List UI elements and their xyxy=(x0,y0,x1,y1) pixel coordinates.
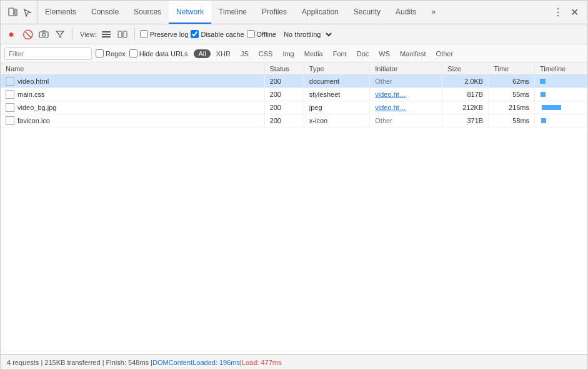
filter-bar: Regex Hide data URLs All XHR JS CSS Img … xyxy=(1,44,587,63)
hide-urls-group: Hide data URLs xyxy=(129,49,188,58)
tab-bar: Elements Console Sources Network Timelin… xyxy=(1,1,587,24)
cell-initiator: Other xyxy=(370,75,442,88)
file-name: main.css xyxy=(17,91,44,98)
svg-rect-8 xyxy=(123,31,127,38)
load-link[interactable]: Load: 477ms xyxy=(242,359,282,366)
tab-audits[interactable]: Audits xyxy=(388,1,424,24)
initiator-link[interactable]: video.ht… xyxy=(375,104,406,111)
tab-network[interactable]: Network xyxy=(169,1,211,24)
cell-type: document xyxy=(304,75,370,88)
initiator-link[interactable]: video.ht… xyxy=(375,91,406,98)
cell-size: 2.0KB xyxy=(442,75,489,88)
device-mode-icon[interactable] xyxy=(7,7,18,18)
timeline-bar-container xyxy=(540,116,582,125)
preserve-log-label[interactable]: Preserve log xyxy=(150,31,189,38)
cell-timeline xyxy=(535,88,587,101)
tab-console[interactable]: Console xyxy=(84,1,126,24)
kebab-menu-icon[interactable]: ⋮ xyxy=(551,6,565,19)
filter-manifest-button[interactable]: Manifest xyxy=(396,49,431,58)
list-view-icon[interactable] xyxy=(99,28,113,41)
close-devtools-icon[interactable]: ✕ xyxy=(567,6,581,19)
disable-cache-label[interactable]: Disable cache xyxy=(201,31,244,38)
col-header-name[interactable]: Name xyxy=(1,63,264,75)
filter-all-button[interactable]: All xyxy=(194,49,210,58)
cell-time: 55ms xyxy=(489,88,535,101)
camera-button[interactable] xyxy=(37,28,51,41)
svg-rect-1 xyxy=(15,9,17,16)
table-row[interactable]: favicon.ico200x-iconOther371B58ms xyxy=(1,114,587,128)
regex-label[interactable]: Regex xyxy=(106,50,126,58)
offline-label[interactable]: Offline xyxy=(257,31,277,38)
hide-urls-checkbox[interactable] xyxy=(129,49,137,58)
col-header-size[interactable]: Size xyxy=(442,63,489,75)
cell-initiator[interactable]: video.ht… xyxy=(370,88,442,101)
timeline-bar-container xyxy=(540,103,582,112)
status-bar: 4 requests | 215KB transferred | Finish:… xyxy=(1,354,587,369)
col-header-timeline[interactable]: Timeline xyxy=(535,63,587,75)
file-icon xyxy=(6,116,14,125)
filter-css-button[interactable]: CSS xyxy=(254,49,277,58)
record-button[interactable]: ● xyxy=(4,28,18,41)
cell-status: 200 xyxy=(264,101,304,114)
throttle-select[interactable]: No throttling xyxy=(279,29,334,40)
cell-initiator[interactable]: video.ht… xyxy=(370,101,442,114)
detail-view-icon[interactable] xyxy=(116,28,129,41)
table-body: video.html200documentOther2.0KB62msmain.… xyxy=(1,75,587,128)
offline-group: Offline xyxy=(247,30,277,38)
cell-time: 216ms xyxy=(489,101,535,114)
filter-doc-button[interactable]: Doc xyxy=(352,49,374,58)
tab-application[interactable]: Application xyxy=(294,1,346,24)
separator-1 xyxy=(72,28,72,41)
col-header-time[interactable]: Time xyxy=(489,63,535,75)
controls-bar: ● 🚫 View: xyxy=(1,24,587,44)
svg-rect-4 xyxy=(102,31,111,32)
filter-media-button[interactable]: Media xyxy=(300,49,327,58)
cell-type: x-icon xyxy=(304,114,370,128)
filter-input[interactable] xyxy=(4,48,92,60)
filter-xhr-button[interactable]: XHR xyxy=(212,49,235,58)
disable-cache-group: Disable cache xyxy=(191,30,244,38)
file-name: favicon.ico xyxy=(17,117,50,124)
filter-button[interactable] xyxy=(53,28,67,41)
col-header-status[interactable]: Status xyxy=(264,63,304,75)
cell-initiator: Other xyxy=(370,114,442,128)
element-picker-icon[interactable] xyxy=(22,7,33,18)
col-header-initiator[interactable]: Initiator xyxy=(370,63,442,75)
cell-timeline xyxy=(535,114,587,128)
tab-elements[interactable]: Elements xyxy=(37,1,84,24)
filter-font-button[interactable]: Font xyxy=(329,49,351,58)
timeline-bar xyxy=(540,79,546,84)
cell-status: 200 xyxy=(264,75,304,88)
svg-rect-6 xyxy=(102,36,111,38)
tab-sources[interactable]: Sources xyxy=(126,1,169,24)
tab-profiles[interactable]: Profiles xyxy=(254,1,294,24)
cell-size: 817B xyxy=(442,88,489,101)
file-name: video.html xyxy=(17,78,49,85)
preserve-log-checkbox[interactable] xyxy=(140,30,148,38)
table-row[interactable]: video.html200documentOther2.0KB62ms xyxy=(1,75,587,88)
dom-content-loaded-link[interactable]: DOMContentLoaded: 196ms xyxy=(152,359,240,366)
tab-more[interactable]: » xyxy=(424,1,443,24)
offline-checkbox[interactable] xyxy=(247,30,255,38)
table-row[interactable]: video_bg.jpg200jpegvideo.ht…212KB216ms xyxy=(1,101,587,114)
filter-js-button[interactable]: JS xyxy=(236,49,253,58)
stop-button[interactable]: 🚫 xyxy=(21,28,34,41)
filter-img-button[interactable]: Img xyxy=(278,49,298,58)
regex-group: Regex xyxy=(96,49,126,58)
table-row[interactable]: main.css200stylesheetvideo.ht…817B55ms xyxy=(1,88,587,101)
filter-ws-button[interactable]: WS xyxy=(374,49,394,58)
col-header-type[interactable]: Type xyxy=(304,63,370,75)
disable-cache-checkbox[interactable] xyxy=(191,30,199,38)
tab-timeline[interactable]: Timeline xyxy=(211,1,254,24)
cell-type: stylesheet xyxy=(304,88,370,101)
hide-urls-label[interactable]: Hide data URLs xyxy=(139,50,188,58)
regex-checkbox[interactable] xyxy=(96,49,104,58)
cell-size: 371B xyxy=(442,114,489,128)
tab-security[interactable]: Security xyxy=(346,1,388,24)
cell-status: 200 xyxy=(264,114,304,128)
filter-other-button[interactable]: Other xyxy=(432,49,458,58)
timeline-bar xyxy=(541,92,546,97)
cell-type: jpeg xyxy=(304,101,370,114)
cell-name: video.html xyxy=(1,75,264,88)
svg-rect-0 xyxy=(9,8,14,16)
